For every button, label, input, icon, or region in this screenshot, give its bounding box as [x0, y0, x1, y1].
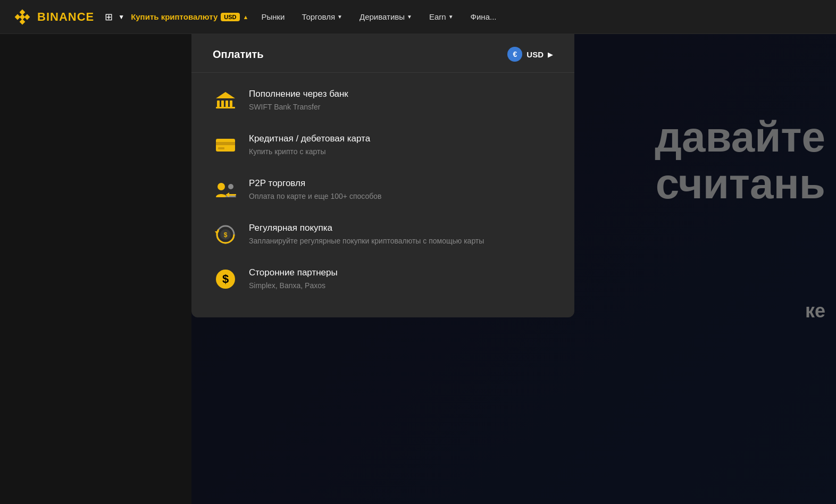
svg-rect-8 — [230, 100, 232, 107]
buy-crypto-button[interactable]: Купить криптовалюту USD ▲ — [129, 8, 250, 26]
menu-text: Кредитная / дебетовая карта Купить крипт… — [249, 132, 370, 157]
svg-text:$: $ — [224, 231, 228, 239]
menu-title: Сторонние партнеры — [249, 267, 338, 278]
menu-item[interactable]: Пополнение через банк SWIFT Bank Transfe… — [191, 78, 574, 123]
menu-subtitle: Запланируйте регулярные покупки криптова… — [249, 236, 484, 247]
svg-rect-13 — [218, 147, 224, 149]
svg-text:$: $ — [222, 272, 229, 285]
grid-icon[interactable]: ⊞ — [105, 11, 113, 23]
menu-text: Пополнение через банк SWIFT Bank Transfe… — [249, 88, 348, 113]
menu-subtitle: SWIFT Bank Transfer — [249, 102, 348, 113]
dropdown-header: Оплатить € USD ▶ — [191, 34, 574, 73]
logo-area[interactable]: BINANCE — [13, 7, 94, 27]
menu-title: Регулярная покупка — [249, 223, 484, 233]
up-arrow-icon: ▲ — [243, 14, 249, 20]
p2p-icon — [214, 178, 237, 201]
menu-title: Кредитная / дебетовая карта — [249, 133, 370, 144]
menu-subtitle: Simplex, Banxa, Paxos — [249, 281, 338, 291]
binance-logo-icon — [13, 7, 32, 27]
svg-rect-16 — [229, 194, 236, 196]
svg-rect-5 — [217, 100, 220, 107]
svg-rect-7 — [225, 100, 228, 107]
svg-rect-6 — [221, 100, 224, 107]
card-icon — [214, 133, 237, 157]
menu-icon-wrap: $ — [213, 266, 238, 292]
menu-title: Пополнение через банк — [249, 89, 348, 99]
nav-item-markets[interactable]: Рынки — [255, 8, 291, 26]
nav-dropdown-chevron[interactable]: ▼ — [118, 13, 124, 21]
trade-chevron-icon: ▼ — [337, 14, 342, 20]
menu-icon-wrap — [213, 132, 238, 158]
menu-icon-wrap — [213, 177, 238, 203]
svg-rect-9 — [216, 107, 235, 108]
dropdown-panel: Оплатить € USD ▶ Пополнение через банк S… — [191, 34, 574, 317]
recurring-icon: $ — [214, 223, 237, 246]
partners-icon: $ — [214, 267, 237, 291]
menu-item[interactable]: P2P торговля Оплата по карте и еще 100+ … — [191, 167, 574, 212]
oplatit-label: Оплатить — [213, 48, 264, 61]
nav-item-derivatives[interactable]: Деривативы ▼ — [353, 8, 419, 26]
currency-icon: € — [507, 47, 522, 62]
menu-subtitle: Купить крипто с карты — [249, 147, 370, 157]
svg-point-14 — [218, 183, 225, 190]
derivatives-chevron-icon: ▼ — [407, 14, 412, 20]
menu-item[interactable]: Кредитная / дебетовая карта Купить крипт… — [191, 123, 574, 167]
menu-text: Сторонние партнеры Simplex, Banxa, Paxos — [249, 266, 338, 291]
nav-item-earn[interactable]: Earn ▼ — [423, 8, 460, 26]
menu-text: Регулярная покупка Запланируйте регулярн… — [249, 222, 484, 247]
menu-subtitle: Оплата по карте и еще 100+ способов — [249, 191, 381, 202]
nav-item-trade[interactable]: Торговля ▼ — [295, 8, 349, 26]
menu-item[interactable]: $ Регулярная покупка Запланируйте регуля… — [191, 212, 574, 257]
currency-arrow-icon: ▶ — [548, 51, 553, 58]
menu-title: P2P торговля — [249, 178, 381, 189]
logo-text: BINANCE — [37, 10, 94, 24]
left-panel — [0, 34, 191, 504]
menu-icon-wrap — [213, 88, 238, 113]
nav-item-finance[interactable]: Фина... — [464, 8, 503, 26]
menu-items-container: Пополнение через банк SWIFT Bank Transfe… — [191, 78, 574, 301]
navbar: BINANCE ⊞ ▼ Купить криптовалюту USD ▲ Ры… — [0, 0, 836, 34]
earn-chevron-icon: ▼ — [448, 14, 454, 20]
svg-point-15 — [228, 184, 233, 189]
menu-item[interactable]: $ Сторонние партнеры Simplex, Banxa, Pax… — [191, 257, 574, 301]
svg-marker-4 — [20, 14, 26, 20]
currency-label: USD — [526, 50, 544, 59]
usd-badge: USD — [221, 13, 239, 21]
buy-crypto-label: Купить криптовалюту — [131, 12, 218, 21]
menu-text: P2P торговля Оплата по карте и еще 100+ … — [249, 177, 381, 202]
bank-icon — [214, 89, 237, 112]
menu-icon-wrap: $ — [213, 222, 238, 247]
svg-marker-22 — [215, 231, 219, 234]
currency-selector[interactable]: € USD ▶ — [507, 47, 553, 62]
svg-rect-12 — [216, 142, 235, 145]
svg-marker-10 — [216, 92, 235, 98]
